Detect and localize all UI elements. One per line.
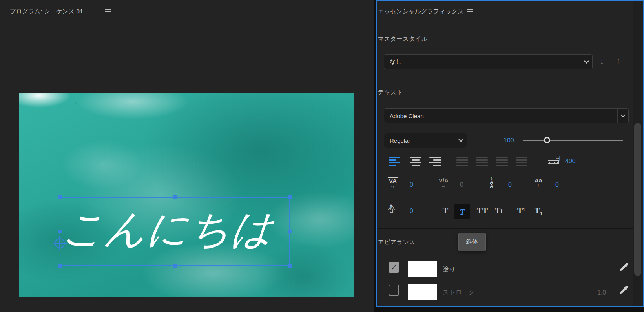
- resize-handle[interactable]: [173, 264, 177, 268]
- frame-marker-icon: +: [75, 100, 77, 106]
- resize-handle[interactable]: [58, 230, 62, 233]
- program-monitor-panel: プログラム: シーケンス 01 + こんにちは: [0, 0, 374, 312]
- faux-italic-button[interactable]: T: [454, 204, 470, 219]
- resize-handle[interactable]: [288, 264, 292, 268]
- leading-ruler-value[interactable]: 400: [565, 158, 576, 165]
- eyedropper-icon[interactable]: [618, 284, 629, 296]
- leading-value[interactable]: 0: [508, 181, 512, 188]
- resize-handle[interactable]: [173, 195, 177, 199]
- text-section-label: テキスト: [378, 89, 403, 96]
- font-family-dropdown[interactable]: Adobe Clean: [384, 108, 629, 123]
- panel-menu-icon[interactable]: [467, 9, 473, 14]
- justify-last-right-icon[interactable]: [496, 157, 508, 166]
- justify-all-icon[interactable]: [516, 157, 527, 166]
- scrollbar-thumb[interactable]: [634, 123, 641, 276]
- align-right-icon[interactable]: [429, 157, 441, 166]
- anchor-point[interactable]: [55, 238, 65, 248]
- align-center-icon[interactable]: [410, 157, 421, 166]
- all-caps-button[interactable]: TT: [477, 207, 488, 215]
- font-size-value[interactable]: 100: [504, 137, 514, 144]
- resize-handle[interactable]: [58, 264, 62, 268]
- font-size-slider-handle[interactable]: [544, 137, 550, 143]
- leading-ruler-icon[interactable]: →|: [548, 155, 560, 164]
- stroke-checkbox[interactable]: [389, 285, 399, 296]
- align-left-icon[interactable]: [389, 157, 400, 166]
- app-window: プログラム: シーケンス 01 + こんにちは エッセンシャルグラフィックス マ…: [0, 0, 644, 312]
- fill-label: 塗り: [443, 266, 455, 274]
- stroke-label: ストローク: [443, 288, 475, 297]
- baseline-shift-icon[interactable]: Aa ↑: [535, 177, 542, 188]
- chevron-down-icon: [455, 139, 467, 142]
- justify-last-center-icon[interactable]: [476, 157, 488, 166]
- panel-menu-icon[interactable]: [105, 9, 111, 14]
- push-style-up-icon[interactable]: ↑: [616, 57, 621, 66]
- resize-handle[interactable]: [58, 195, 62, 199]
- resize-handle[interactable]: [288, 230, 292, 233]
- essential-graphics-panel: [376, 0, 644, 307]
- font-style-dropdown[interactable]: Regular: [384, 133, 467, 148]
- baseline-shift-value[interactable]: 0: [555, 181, 559, 188]
- font-style-value: Regular: [384, 137, 455, 144]
- fill-checkbox[interactable]: ✓: [389, 262, 399, 273]
- superscript-button[interactable]: T¹: [517, 207, 525, 215]
- stroke-color-swatch[interactable]: [408, 284, 437, 300]
- subscript-button[interactable]: T₁: [535, 207, 542, 215]
- justify-last-left-icon[interactable]: [456, 157, 468, 166]
- tsume-icon[interactable]: あ ⇄: [388, 203, 395, 213]
- tracking-icon[interactable]: VA ↔: [388, 177, 398, 188]
- font-size-slider-track[interactable]: [523, 140, 623, 141]
- appearance-section-label: アピアランス: [378, 239, 415, 246]
- essential-graphics-title: エッセンシャルグラフィックス: [378, 8, 464, 15]
- video-preview[interactable]: + こんにちは: [19, 93, 354, 297]
- chevron-down-icon: [617, 109, 628, 123]
- push-style-down-icon[interactable]: ↓: [600, 57, 604, 66]
- tracking-value[interactable]: 0: [410, 181, 413, 188]
- section-divider: [378, 228, 642, 229]
- faux-bold-button[interactable]: T: [443, 207, 448, 215]
- fill-color-swatch[interactable]: [408, 261, 437, 277]
- master-style-value: なし: [384, 58, 580, 66]
- text-selection-box[interactable]: [60, 197, 290, 266]
- kerning-icon[interactable]: V/A ←: [439, 177, 449, 188]
- font-family-value: Adobe Clean: [384, 113, 617, 119]
- program-monitor-title: プログラム: シーケンス 01: [10, 8, 83, 15]
- section-divider: [378, 78, 642, 78]
- resize-handle[interactable]: [288, 195, 292, 199]
- small-caps-button[interactable]: Tt: [495, 207, 503, 215]
- eyedropper-icon[interactable]: [618, 261, 629, 273]
- stroke-width-value: 1.0: [597, 289, 606, 296]
- master-style-label: マスタースタイル: [378, 35, 427, 43]
- master-style-dropdown[interactable]: なし: [384, 54, 593, 69]
- leading-icon[interactable]: ↕ A A: [490, 177, 493, 188]
- tsume-value[interactable]: 0: [410, 208, 413, 215]
- chevron-down-icon: [580, 60, 592, 64]
- italic-tooltip: 斜体: [458, 233, 486, 251]
- kerning-value: 0: [460, 181, 463, 188]
